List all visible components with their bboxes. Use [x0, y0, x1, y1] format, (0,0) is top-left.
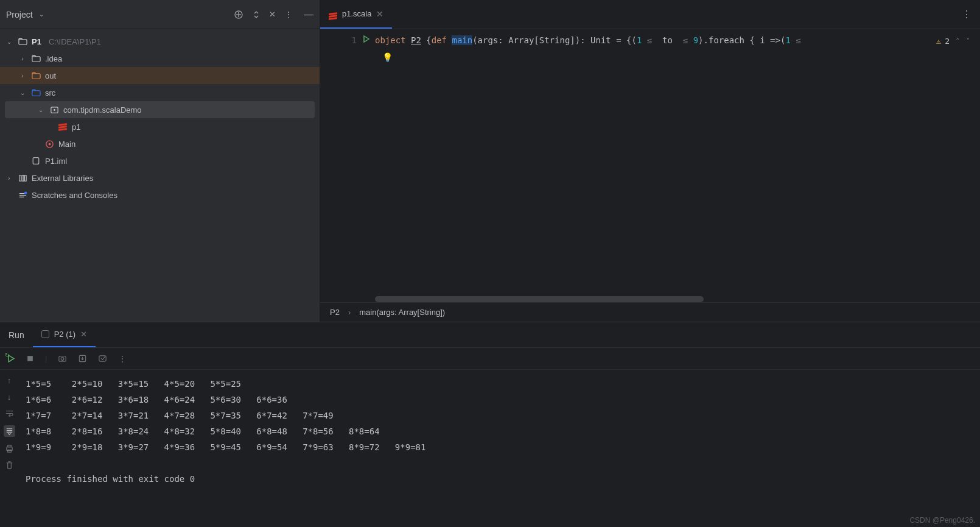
scroll-to-end-icon[interactable] [4, 425, 15, 437]
warning-count: 2 [945, 37, 950, 46]
project-name: P1 [32, 37, 41, 46]
svg-point-8 [54, 109, 55, 111]
stop-button[interactable] [26, 355, 34, 363]
rerun-button[interactable]: ↻ [7, 355, 15, 363]
project-path: C:\IDEA\P1\P1 [49, 37, 101, 46]
editor-gutter: 1 [320, 29, 375, 302]
soft-wrap-icon[interactable] [5, 409, 14, 418]
more-options-icon[interactable]: ⋮ [118, 354, 127, 364]
down-arrow-icon[interactable]: ↓ [7, 392, 12, 401]
project-folder-icon [17, 37, 28, 46]
chevron-down-icon: ⌄ [5, 38, 13, 45]
code-area[interactable]: object P2 {def main(args: Array[String])… [375, 29, 980, 302]
svg-rect-14 [24, 175, 26, 180]
scrollbar-thumb[interactable] [375, 296, 704, 302]
chevron-right-icon: › [5, 175, 13, 182]
tree-item-scratches[interactable]: · Scratches and Consoles [0, 186, 320, 203]
tree-item-label: Scratches and Consoles [32, 191, 117, 200]
console-output[interactable]: 1*5=5 2*5=10 3*5=15 4*5=20 5*5=25 1*6=6 … [18, 370, 980, 527]
tree-item-iml[interactable]: · P1.iml [0, 152, 320, 169]
project-panel-title: Project [6, 10, 33, 19]
editor-tab-label: p1.scala [342, 9, 371, 18]
select-opened-file-icon[interactable] [234, 10, 243, 19]
run-header: Run P2 (1) ✕ [0, 322, 980, 348]
svg-rect-6 [32, 90, 40, 95]
run-gutter-icon[interactable] [363, 35, 370, 43]
trash-icon[interactable] [5, 461, 14, 470]
horizontal-scrollbar[interactable] [375, 296, 980, 302]
editor-panel: p1.scala ✕ ⋮ 1 object P2 {def main(args:… [320, 0, 980, 322]
run-header-label: Run [0, 330, 33, 340]
tree-item-label: out [45, 71, 56, 80]
tree-item-package[interactable]: ⌄ com.tipdm.scalaDemo [5, 101, 315, 118]
layout-icon[interactable] [98, 354, 107, 363]
project-tree: ⌄ P1 C:\IDEA\P1\P1 › .idea › out [0, 29, 320, 203]
project-panel-header: Project ⌄ ✕ ⋮ — [0, 0, 320, 29]
expand-collapse-icon[interactable] [252, 10, 261, 19]
screenshot-icon[interactable] [58, 354, 67, 363]
close-tab-icon[interactable]: ✕ [80, 330, 87, 339]
module-file-icon [30, 157, 41, 165]
tree-item-src[interactable]: ⌄ src [0, 84, 320, 101]
prev-highlight-icon[interactable]: ˄ [956, 37, 960, 46]
folder-icon [30, 71, 41, 80]
tree-item-label: p1 [72, 122, 80, 132]
print-icon[interactable] [5, 444, 14, 453]
run-tab-label: P2 (1) [54, 330, 75, 339]
libraries-icon [17, 174, 28, 183]
tree-item-idea[interactable]: › .idea [0, 50, 320, 67]
svg-rect-16 [27, 356, 33, 361]
tree-item-out[interactable]: › out [0, 67, 320, 84]
scala-file-icon [329, 7, 337, 21]
editor-tabs: p1.scala ✕ ⋮ [320, 0, 980, 29]
tree-item-label: .idea [45, 54, 62, 63]
tree-item-main[interactable]: · Main [0, 135, 320, 152]
more-options-icon[interactable]: ⋮ [962, 9, 971, 19]
source-folder-icon [30, 88, 41, 97]
package-icon [49, 105, 60, 115]
svg-point-15 [24, 191, 27, 194]
svg-point-10 [48, 143, 51, 145]
chevron-down-icon: ⌄ [18, 90, 27, 96]
scratches-icon [17, 191, 28, 200]
chevron-down-icon: ⌄ [37, 107, 45, 113]
up-arrow-icon[interactable]: ↑ [7, 376, 12, 385]
chevron-down-icon: ⌄ [39, 11, 44, 18]
tree-item-p1[interactable]: · p1 [0, 118, 320, 135]
run-config-icon [41, 330, 49, 338]
svg-rect-13 [22, 175, 24, 180]
chevron-right-icon: › [18, 73, 27, 79]
breadcrumb: P2 › main(args: Array[String]) [320, 302, 980, 322]
export-icon[interactable] [78, 354, 87, 363]
inspection-indicator[interactable]: ⚠ 2 ˄ ˅ [936, 37, 970, 46]
intention-bulb-icon[interactable]: 💡 [382, 52, 393, 62]
svg-rect-12 [19, 175, 21, 180]
run-tab[interactable]: P2 (1) ✕ [33, 322, 96, 347]
code-line: object P2 {def main(args: Array[String])… [375, 35, 980, 45]
watermark: CSDN @Peng0426. [909, 516, 975, 525]
svg-rect-4 [32, 56, 40, 61]
minimize-icon[interactable]: — [304, 9, 313, 20]
close-tab-icon[interactable]: ✕ [376, 9, 383, 19]
code-editor[interactable]: 1 object P2 {def main(args: Array[String… [320, 29, 980, 302]
more-options-icon[interactable]: ⋮ [284, 10, 293, 19]
tree-item-label: Main [58, 140, 75, 149]
run-toolbar: ↻ | ⋮ [0, 348, 980, 370]
tree-item-label: External Libraries [32, 174, 93, 183]
console-gutter: ↑ ↓ [0, 370, 18, 527]
project-dropdown[interactable]: Project ⌄ [6, 10, 44, 19]
svg-rect-17 [59, 356, 66, 361]
tree-root[interactable]: ⌄ P1 C:\IDEA\P1\P1 [0, 33, 320, 50]
svg-rect-22 [7, 445, 11, 447]
editor-tab-p1[interactable]: p1.scala ✕ [320, 0, 392, 29]
project-panel: Project ⌄ ✕ ⋮ — ⌄ P1 [0, 0, 320, 322]
tree-item-external-libraries[interactable]: › External Libraries [0, 169, 320, 186]
breadcrumb-item[interactable]: P2 [330, 308, 340, 317]
tree-item-label: com.tipdm.scalaDemo [63, 105, 142, 115]
line-number: 1 [352, 35, 357, 45]
close-panel-icon[interactable]: ✕ [269, 10, 276, 19]
breadcrumb-item[interactable]: main(args: Array[String]) [359, 308, 445, 317]
breadcrumb-separator: › [348, 308, 351, 317]
run-tool-window: Run P2 (1) ✕ ↻ | ⋮ ↑ ↓ [0, 322, 980, 527]
next-highlight-icon[interactable]: ˅ [966, 37, 970, 46]
